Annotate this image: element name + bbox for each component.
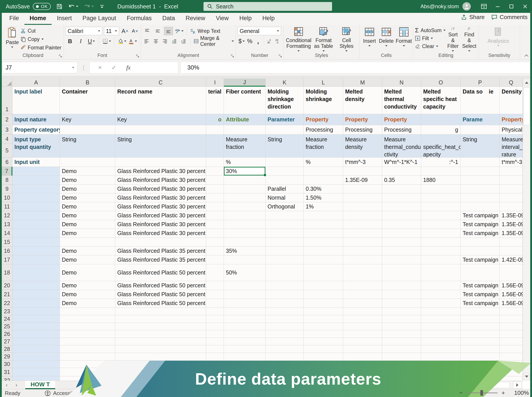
cell-M11[interactable] [343, 202, 382, 211]
sheet-tab-active[interactable]: HOW T [25, 381, 55, 389]
cell-B25[interactable] [60, 323, 115, 330]
cell-K10[interactable]: Normal [266, 193, 304, 202]
row-header-4[interactable]: 4 [2, 135, 13, 144]
cell-N14[interactable] [382, 229, 421, 238]
cell-N27[interactable] [382, 338, 421, 345]
cell-L3[interactable]: Processing [304, 125, 343, 135]
cell-L27[interactable] [304, 338, 343, 345]
row-header-28[interactable]: 28 [2, 345, 13, 353]
cell-N10[interactable] [382, 193, 421, 202]
cell-K16[interactable] [266, 247, 304, 255]
cell-K15[interactable] [266, 238, 304, 247]
cell-C12[interactable]: Glass Reinforced Plastic 30 percent [115, 211, 206, 220]
cell-J2[interactable]: Attribute [224, 114, 266, 125]
cell-Q17[interactable]: 1.42E-09 [500, 255, 523, 264]
cell-J14[interactable] [224, 229, 266, 238]
cell-K7[interactable] [266, 167, 304, 176]
cell-M22[interactable] [343, 299, 382, 308]
cell-Q29[interactable] [500, 353, 523, 360]
cell-L2[interactable]: Property [304, 114, 343, 125]
cell-P21[interactable]: Test campaign [461, 290, 500, 299]
cell-C28[interactable] [115, 345, 206, 353]
column-header-J[interactable]: J [224, 79, 266, 87]
zoom-slider[interactable] [467, 393, 498, 393]
autosum-button[interactable]: Σ AutoSum [415, 27, 445, 34]
cell-K3[interactable] [266, 125, 304, 135]
cell-L10[interactable]: 1.50% [304, 193, 343, 202]
cell-A11[interactable] [13, 202, 60, 211]
cell-M6[interactable]: t*mm^-3 [343, 157, 382, 167]
cell-N28[interactable] [382, 345, 421, 353]
cell-K18[interactable] [266, 264, 304, 281]
cell-M28[interactable] [343, 345, 382, 353]
cell-I25[interactable] [206, 323, 224, 330]
cell-C7[interactable]: Glass Reinforced Plastic 30 percent [115, 167, 206, 176]
row-header-15[interactable]: 15 [2, 238, 13, 247]
ribbon-display-options-button[interactable] [477, 0, 491, 13]
cell-B16[interactable]: Demo [60, 247, 115, 255]
column-header-B[interactable]: B [60, 79, 115, 87]
cell-I2[interactable]: o [206, 114, 224, 125]
cell-N13[interactable] [382, 220, 421, 229]
column-header-M[interactable]: M [343, 79, 382, 87]
cell-A30[interactable] [13, 360, 60, 368]
cell-I16[interactable] [206, 247, 224, 255]
cell-B24[interactable] [60, 315, 115, 323]
cell-Q22[interactable]: 1.56E-09 [500, 299, 523, 308]
tab-file[interactable]: File [4, 13, 24, 25]
row-header-16[interactable]: 16 [2, 247, 13, 255]
cell-I26[interactable] [206, 330, 224, 338]
row-header-31[interactable]: 31 [2, 368, 13, 376]
zoom-out-button[interactable]: − [459, 390, 463, 396]
cell-A22[interactable] [13, 299, 60, 308]
cell-A26[interactable] [13, 330, 60, 338]
cell-L16[interactable] [304, 247, 343, 255]
vertical-scrollbar[interactable] [523, 79, 530, 381]
underline-button[interactable]: U [87, 37, 96, 45]
zoom-level[interactable]: 100% [509, 390, 529, 396]
cell-J10[interactable] [224, 193, 266, 202]
cell-styles-button[interactable]: Cell Styles [335, 26, 357, 52]
cell-P1[interactable]: Data so ie [461, 87, 500, 114]
cell-K4[interactable]: String [266, 135, 304, 157]
cell-O17[interactable] [421, 255, 461, 264]
cell-K21[interactable] [266, 290, 304, 299]
cut-button[interactable]: Cut [21, 27, 61, 35]
cell-N4[interactable]: Measure thermal_condu ctivity [382, 135, 421, 157]
cell-C1[interactable]: Record name [115, 87, 206, 114]
minimize-button[interactable] [491, 0, 505, 13]
zoom-slider-thumb[interactable] [480, 390, 483, 396]
cell-C14[interactable]: Glass Reinforced Plastic 30 percent [115, 229, 206, 238]
percent-button[interactable]: % [246, 37, 254, 45]
cell-L21[interactable] [304, 290, 343, 299]
cell-K17[interactable] [266, 255, 304, 264]
cell-I3[interactable] [206, 125, 224, 135]
cell-O18[interactable] [421, 264, 461, 281]
cell-P10[interactable] [461, 193, 500, 202]
tab-help-2[interactable]: Help [257, 13, 280, 25]
cell-A21[interactable] [13, 290, 60, 299]
row-header-10[interactable]: 10 [2, 193, 13, 202]
cell-C2[interactable]: Key [115, 114, 206, 125]
cell-M9[interactable] [343, 185, 382, 193]
cell-M26[interactable] [343, 330, 382, 338]
column-header-Q[interactable]: Q [500, 79, 523, 87]
cell-K32[interactable] [266, 376, 304, 385]
cell-I28[interactable] [206, 345, 224, 353]
cell-J28[interactable] [224, 345, 266, 353]
number-dialog-launcher[interactable] [279, 54, 282, 58]
cell-O15[interactable] [421, 238, 461, 247]
cell-B29[interactable] [60, 353, 115, 360]
cell-M20[interactable] [343, 281, 382, 290]
cell-O16[interactable] [421, 247, 461, 255]
cell-Q7[interactable] [500, 167, 523, 176]
cell-N1[interactable]: Melted thermal conductivity [382, 87, 421, 114]
paste-button[interactable]: Paste [4, 26, 21, 51]
cell-M2[interactable]: Property [343, 114, 382, 125]
cell-C27[interactable] [115, 338, 206, 345]
cell-N12[interactable] [382, 211, 421, 220]
cell-A24[interactable] [13, 315, 60, 323]
currency-button[interactable]: $ [238, 37, 245, 45]
row-header-22[interactable]: 22 [2, 299, 13, 308]
column-header-A[interactable]: A [13, 79, 60, 87]
